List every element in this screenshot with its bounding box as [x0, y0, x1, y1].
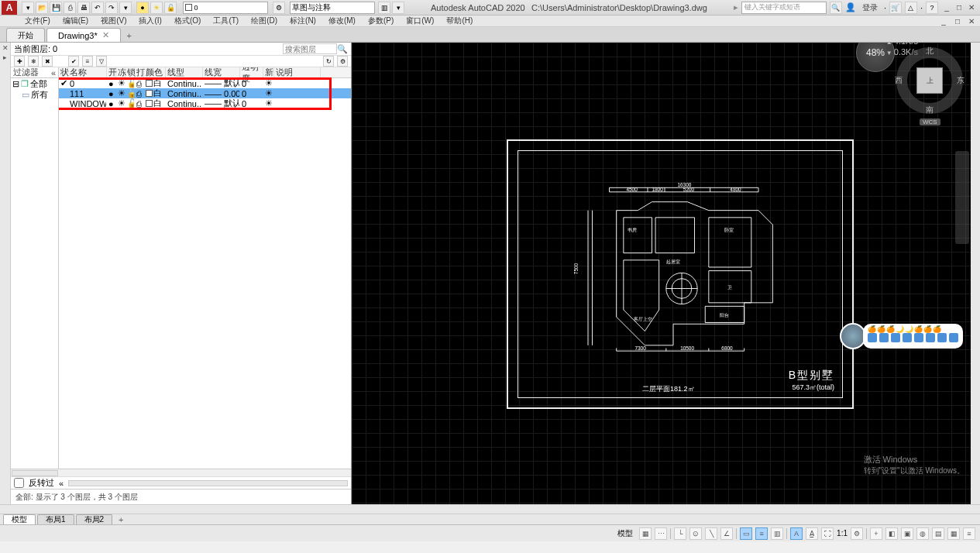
layer-cell[interactable]: ⎙ [135, 79, 144, 88]
sb-ortho-icon[interactable]: └ [674, 527, 686, 540]
sb-hs-icon[interactable]: ▤ [932, 527, 944, 540]
canvas-vscroll[interactable] [971, 43, 980, 504]
qat-new-icon[interactable]: ▾ [22, 2, 34, 14]
tab-start[interactable]: 开始 [6, 28, 45, 42]
layer-cell[interactable]: 0 [240, 79, 263, 88]
layer-cell[interactable]: 🔓 [126, 78, 135, 88]
layer-cell[interactable]: ● [107, 89, 116, 98]
workspace-icon[interactable]: ⚙ [273, 2, 285, 14]
tab-close-icon[interactable]: ✕ [102, 30, 109, 40]
layer-cell[interactable]: Continu... [166, 89, 203, 98]
layer-cell[interactable]: ⎙ [135, 89, 144, 98]
layer-cell[interactable]: 0 [240, 89, 263, 98]
ws-tool1-icon[interactable]: ▥ [378, 2, 390, 14]
settings-icon[interactable]: ⚙ [337, 56, 348, 67]
drawing-canvas[interactable]: 48% ▲ 4.1K/s▼ 0.3K/s 上 北 南 东 西 WCS [352, 43, 980, 504]
help-icon[interactable]: ? [926, 2, 938, 14]
sb-mon-icon[interactable]: ▣ [901, 527, 913, 540]
qat-more-icon[interactable]: ▾ [119, 2, 132, 14]
menu-draw[interactable]: 绘图(D) [245, 15, 284, 26]
sb-annvis-icon[interactable]: ⛶ [821, 527, 834, 540]
assistant-btn-1[interactable] [868, 333, 877, 342]
assistant-widget[interactable]: 🍊🍊🍊🌙🌙🍊🍊🍊 [840, 323, 963, 349]
layer-cell[interactable]: ⎙ [135, 99, 144, 108]
viewcube-south[interactable]: 南 [926, 105, 934, 115]
workspace-dropdown[interactable]: 草图与注释 [290, 2, 375, 14]
sb-clean-icon[interactable]: ▦ [947, 527, 960, 540]
assistant-btn-3[interactable] [891, 333, 900, 342]
layer-cell[interactable]: —— 默认 [203, 98, 240, 109]
app-logo[interactable]: A [2, 1, 17, 15]
layer-col-10[interactable]: 新 [263, 67, 274, 77]
sb-otrack-icon[interactable]: ∠ [720, 527, 733, 540]
viewcube-east[interactable]: 东 [957, 75, 965, 86]
layer-col-4[interactable]: 锁 [126, 67, 135, 77]
menu-insert[interactable]: 插入(I) [132, 15, 167, 26]
layer-lock-icon[interactable]: 🔓 [164, 2, 177, 14]
qat-saveas-icon[interactable]: ⎙ [64, 2, 76, 14]
layer-col-11[interactable]: 说明 [274, 67, 321, 77]
layout-tab-layout1[interactable]: 布局1 [37, 514, 74, 524]
new-layer-icon[interactable]: ✚ [14, 56, 25, 67]
qat-open-icon[interactable]: 📂 [36, 2, 48, 14]
refresh-icon[interactable]: ↻ [323, 56, 334, 67]
assistant-btn-5[interactable] [914, 333, 923, 342]
layer-props-icon[interactable]: ● [136, 2, 149, 14]
app-store-icon[interactable]: △ [905, 2, 917, 14]
layer-col-9[interactable]: 透明度 [240, 67, 263, 77]
cart-icon[interactable]: 🛒 [889, 2, 902, 14]
layer-on-icon[interactable]: ☀ [150, 2, 163, 14]
layer-cell[interactable]: 0 [240, 99, 263, 108]
user-icon[interactable]: 👤 [845, 2, 856, 12]
ws-tool2-icon[interactable]: ▾ [392, 2, 404, 14]
layer-cell[interactable]: —— 0.00... [203, 89, 240, 98]
layout-tab-layout2[interactable]: 布局2 [76, 514, 113, 524]
sb-lwt-icon[interactable]: ≡ [755, 527, 768, 540]
layer-cell[interactable]: ☀ [263, 88, 274, 98]
login-button[interactable]: 登录 [859, 2, 881, 13]
layer-cell[interactable]: 🔓 [126, 88, 135, 98]
sb-ann-icon[interactable]: A [790, 527, 803, 540]
qat-save-icon[interactable]: 💾 [50, 2, 62, 14]
layout-tab-add[interactable]: + [114, 514, 128, 526]
sb-custom-icon[interactable]: ≡ [963, 527, 975, 540]
canvas-hscroll[interactable] [0, 504, 980, 514]
sb-scale-label[interactable]: 1:1 [837, 529, 848, 538]
tab-add-button[interactable]: + [122, 29, 136, 42]
layer-cell[interactable]: ☀ [263, 98, 274, 108]
doc-restore-button[interactable]: □ [952, 15, 963, 26]
layer-search-icon[interactable]: 🔍 [337, 43, 348, 54]
qat-redo-icon[interactable]: ↷ [105, 2, 118, 14]
layer-dropdown[interactable]: 0 [183, 2, 268, 14]
navigation-bar[interactable] [955, 151, 969, 244]
layer-col-1[interactable]: 名称 [68, 67, 107, 77]
layer-cell[interactable]: ● [107, 99, 116, 108]
menu-dimension[interactable]: 标注(N) [284, 15, 322, 26]
menu-edit[interactable]: 编辑(E) [57, 15, 95, 26]
invert-collapse-icon[interactable]: « [59, 479, 64, 488]
layer-cell[interactable]: 111 [68, 89, 107, 98]
help-search-input[interactable]: 键入关键字或短语 [741, 2, 827, 14]
layer-col-8[interactable]: 线宽 [203, 67, 240, 77]
layer-cell[interactable]: 白 [144, 98, 166, 109]
menu-window[interactable]: 窗口(W) [400, 15, 440, 26]
tab-drawing[interactable]: Drawing3* ✕ [46, 28, 121, 42]
menu-format[interactable]: 格式(O) [168, 15, 207, 26]
invert-filter-checkbox[interactable] [14, 478, 24, 488]
palette-hscroll[interactable] [68, 480, 348, 486]
doc-close-button[interactable]: ✕ [966, 15, 977, 26]
menu-file[interactable]: 文件(F) [19, 15, 57, 26]
minimize-button[interactable]: _ [941, 2, 952, 13]
layer-col-5[interactable]: 打 [135, 67, 144, 77]
layer-list-header[interactable]: 状名称开冻锁打颜色线型线宽透明度新说明 [59, 67, 351, 78]
set-current-icon[interactable]: ✔ [68, 56, 79, 67]
layer-cell[interactable]: ● [107, 79, 116, 88]
layer-cell[interactable]: 0 [68, 79, 107, 88]
menu-param[interactable]: 参数(P) [362, 15, 400, 26]
menu-tools[interactable]: 工具(T) [207, 15, 245, 26]
filter-tree-root[interactable]: ⊟ ❐ 全部 [11, 78, 58, 89]
sb-gear-icon[interactable]: ⚙ [851, 527, 863, 540]
layer-col-2[interactable]: 开 [107, 67, 116, 77]
sb-plus-icon[interactable]: + [870, 527, 882, 540]
layer-col-6[interactable]: 颜色 [144, 67, 166, 77]
